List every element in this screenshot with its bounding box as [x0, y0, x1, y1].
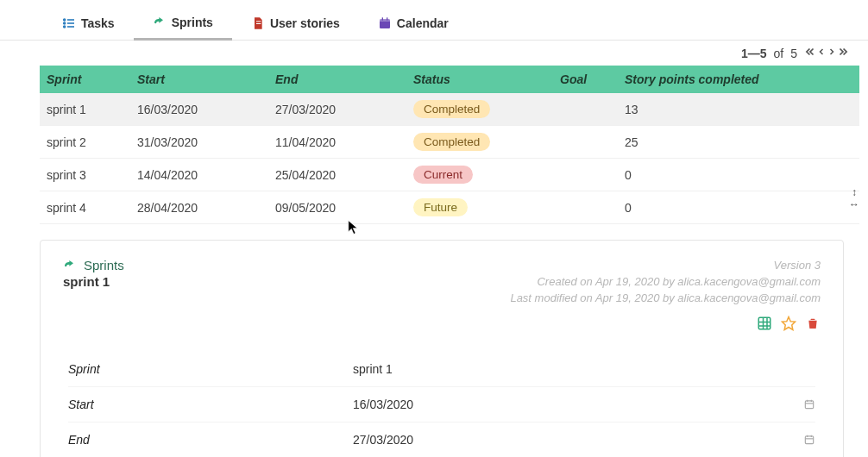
cell-points: 25: [618, 126, 859, 159]
svg-rect-9: [380, 19, 390, 22]
table-row[interactable]: sprint 314/04/202025/04/2020Current0: [40, 159, 859, 191]
svg-rect-22: [805, 435, 813, 443]
svg-point-3: [64, 19, 66, 21]
cell-start: 31/03/2020: [130, 126, 268, 159]
col-sprint[interactable]: Sprint: [40, 66, 130, 93]
page-total: 5: [790, 47, 797, 60]
field-label-start: Start: [68, 398, 353, 411]
detail-modified: Last modified on Apr 19, 2020 by alica.k…: [510, 291, 821, 307]
calendar-icon: [378, 16, 392, 30]
detail-created: Created on Apr 19, 2020 by alica.kacengo…: [510, 274, 821, 291]
page-next-icon[interactable]: [827, 46, 837, 60]
table-row[interactable]: sprint 116/03/202027/03/2020Completed13: [40, 93, 859, 126]
status-badge: Completed: [413, 100, 490, 118]
field-value-start[interactable]: 16/03/2020: [353, 398, 795, 411]
sprints-table: Sprint Start End Status Goal Story point…: [40, 66, 859, 224]
svg-rect-10: [382, 17, 383, 20]
tabs: Tasks Sprints User stories Calendar: [0, 7, 868, 41]
cell-end: 09/05/2020: [268, 191, 406, 224]
star-icon[interactable]: [781, 316, 796, 331]
cell-end: 27/03/2020: [268, 93, 406, 126]
table-row[interactable]: sprint 231/03/202011/04/2020Completed25: [40, 126, 859, 159]
sprint-icon: [153, 16, 167, 29]
cell-start: 14/04/2020: [130, 159, 268, 191]
svg-rect-12: [758, 317, 771, 329]
table-row[interactable]: sprint 428/04/202009/05/2020Future0: [40, 191, 859, 224]
cell-end: 25/04/2020: [268, 159, 406, 191]
col-goal[interactable]: Goal: [553, 66, 618, 93]
svg-point-4: [64, 22, 66, 24]
detail-section-label: Sprints: [84, 258, 124, 272]
field-value-sprint[interactable]: sprint 1: [353, 362, 795, 376]
cell-status: Current: [406, 159, 553, 191]
cell-start: 28/04/2020: [130, 191, 268, 224]
grid-view-icon[interactable]: [757, 316, 772, 331]
cell-sprint: sprint 3: [40, 159, 130, 191]
cell-points: 0: [618, 159, 859, 191]
cell-goal: [553, 126, 618, 159]
page-first-icon[interactable]: [804, 46, 816, 60]
tab-calendar[interactable]: Calendar: [359, 7, 468, 40]
detail-record-name: sprint 1: [63, 274, 124, 289]
cell-goal: [553, 93, 618, 126]
status-badge: Future: [413, 198, 468, 216]
page-last-icon[interactable]: [837, 46, 849, 60]
col-points[interactable]: Story points completed: [618, 66, 859, 93]
page-range: 1—5: [741, 47, 767, 60]
svg-rect-11: [387, 17, 387, 20]
list-icon: [62, 16, 76, 30]
cell-points: 13: [618, 93, 859, 126]
tab-tasks[interactable]: Tasks: [43, 7, 134, 40]
tab-label: Sprints: [172, 16, 213, 29]
cell-end: 11/04/2020: [268, 126, 406, 159]
svg-rect-18: [805, 400, 813, 408]
page-of-label: of: [774, 47, 784, 60]
cell-status: Completed: [406, 126, 553, 159]
cell-sprint: sprint 2: [40, 126, 130, 159]
svg-rect-6: [256, 21, 261, 22]
document-icon: [251, 16, 265, 30]
tab-sprints[interactable]: Sprints: [134, 7, 232, 41]
cell-sprint: sprint 1: [40, 93, 130, 126]
tab-label: Calendar: [397, 16, 449, 30]
cell-status: Future: [406, 191, 553, 224]
tab-label: Tasks: [81, 16, 115, 30]
cell-sprint: sprint 4: [40, 191, 130, 224]
detail-panel: Sprints sprint 1 Version 3 Created on Ap…: [40, 240, 844, 457]
field-label-end: End: [68, 433, 353, 447]
status-badge: Current: [413, 166, 473, 184]
detail-version: Version 3: [510, 258, 821, 274]
resize-horizontal-icon[interactable]: ↔: [849, 198, 859, 210]
cell-start: 16/03/2020: [130, 93, 268, 126]
trash-icon[interactable]: [805, 316, 821, 331]
svg-rect-7: [256, 23, 261, 24]
cell-goal: [553, 191, 618, 224]
col-end[interactable]: End: [268, 66, 406, 93]
tab-user-stories[interactable]: User stories: [232, 7, 359, 40]
col-status[interactable]: Status: [406, 66, 553, 93]
field-label-sprint: Sprint: [68, 362, 353, 376]
resize-vertical-icon[interactable]: ↕: [852, 186, 857, 198]
page-prev-icon[interactable]: [816, 46, 827, 60]
field-value-end[interactable]: 27/03/2020: [353, 433, 795, 447]
svg-point-5: [64, 26, 66, 28]
tab-label: User stories: [270, 16, 340, 30]
date-picker-icon[interactable]: [795, 398, 815, 410]
resize-handles[interactable]: ↕ ↔: [849, 186, 859, 210]
svg-marker-17: [783, 316, 796, 329]
cell-status: Completed: [406, 93, 553, 126]
cell-goal: [553, 159, 618, 191]
date-picker-icon[interactable]: [795, 434, 815, 446]
cell-points: 0: [618, 191, 859, 224]
col-start[interactable]: Start: [130, 66, 268, 93]
sprint-icon: [63, 259, 77, 272]
pagination-bar: 1—5 of 5: [0, 41, 868, 66]
status-badge: Completed: [413, 133, 490, 151]
